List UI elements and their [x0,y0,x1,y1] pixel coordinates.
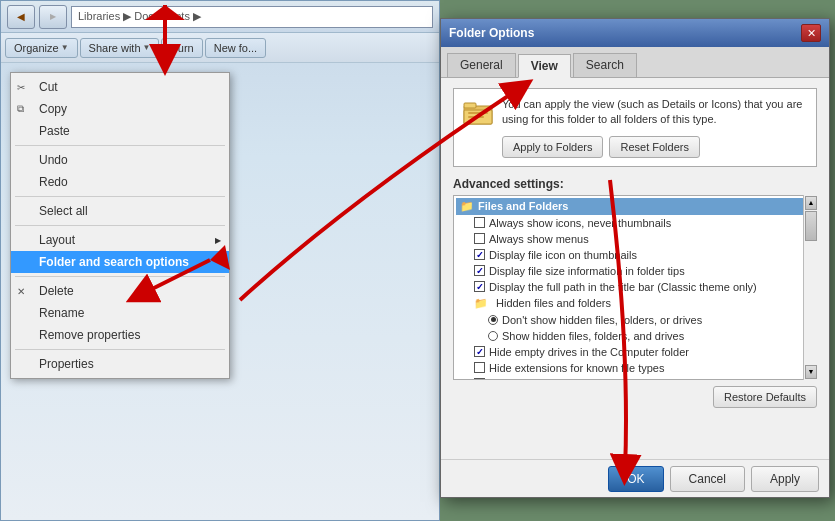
dialog-tabs: General View Search [441,47,829,78]
reset-folders-button[interactable]: Reset Folders [609,136,699,158]
share-dropdown-arrow: ▼ [143,43,151,52]
scroll-up-button[interactable]: ▲ [805,196,817,210]
ctx-remove-properties[interactable]: Remove properties [11,324,229,346]
ok-button[interactable]: OK [608,466,663,492]
new-folder-button[interactable]: New fo... [205,38,266,58]
tab-search[interactable]: Search [573,53,637,77]
ctx-sep-2 [15,196,225,197]
scroll-down-button[interactable]: ▼ [805,365,817,379]
adv-show-hidden[interactable]: Show hidden files, folders, and drives [456,328,814,344]
burn-label: Burn [170,42,193,54]
organize-button[interactable]: Organize ▼ [5,38,78,58]
dialog-title: Folder Options [449,26,534,40]
folder-views-icon [462,97,494,129]
views-buttons: Apply to Folders Reset Folders [502,136,808,158]
folder-options-dialog: Folder Options ✕ General View Search [440,18,830,498]
checkbox-hide-empty-drives[interactable]: ✓ [474,346,485,357]
forward-button[interactable]: ▶ [39,5,67,29]
checkbox-display-file-size[interactable]: ✓ [474,265,485,276]
checkbox-hide-protected[interactable]: ✓ [474,378,485,380]
address-text: Libraries ▶ Documents ▶ [78,10,201,23]
apply-to-folders-button[interactable]: Apply to Folders [502,136,603,158]
checkbox-hide-extensions[interactable] [474,362,485,373]
adv-display-file-size[interactable]: ✓ Display file size information in folde… [456,263,814,279]
ctx-select-all[interactable]: Select all [11,200,229,222]
dialog-close-button[interactable]: ✕ [801,24,821,42]
burn-button[interactable]: Burn [161,38,202,58]
adv-dont-show-hidden[interactable]: Don't show hidden files, folders, or dri… [456,312,814,328]
ctx-layout[interactable]: Layout [11,229,229,251]
files-and-folders-group: 📁 Files and Folders [456,198,814,215]
advanced-settings-label: Advanced settings: [453,177,817,191]
adv-hide-protected[interactable]: ✓ Hide protected operating system files … [456,376,814,380]
ctx-sep-1 [15,145,225,146]
checkbox-always-show-icons[interactable] [474,217,485,228]
checkbox-always-show-menus[interactable] [474,233,485,244]
adv-hidden-files-parent: 📁 Hidden files and folders [456,295,814,312]
explorer-menu-bar: Organize ▼ Share with ▼ Burn New fo... [1,33,439,63]
radio-dont-show-hidden[interactable] [488,315,498,325]
ctx-delete[interactable]: ✕ Delete [11,280,229,302]
dialog-content: You can apply the view (such as Details … [441,78,829,474]
scrollbar-track[interactable]: ▲ ▼ [803,195,817,380]
context-menu: ✂ Cut ⧉ Copy Paste Undo Redo Select all … [10,72,230,379]
ctx-sep-5 [15,349,225,350]
share-with-button[interactable]: Share with ▼ [80,38,160,58]
tab-general[interactable]: General [447,53,516,77]
checkbox-display-full-path[interactable]: ✓ [474,281,485,292]
adv-display-full-path[interactable]: ✓ Display the full path in the title bar… [456,279,814,295]
hidden-files-folder-icon: 📁 [474,297,488,310]
ctx-cut[interactable]: ✂ Cut [11,76,229,98]
share-with-label: Share with [89,42,141,54]
svg-rect-2 [464,103,476,108]
ctx-copy[interactable]: ⧉ Copy [11,98,229,120]
cut-icon: ✂ [17,82,25,93]
cancel-button[interactable]: Cancel [670,466,745,492]
radio-show-hidden[interactable] [488,331,498,341]
group-folder-icon: 📁 [460,200,474,213]
address-bar[interactable]: Libraries ▶ Documents ▶ [71,6,433,28]
ctx-paste[interactable]: Paste [11,120,229,142]
dialog-titlebar: Folder Options ✕ [441,19,829,47]
checkbox-display-file-icon[interactable]: ✓ [474,249,485,260]
advanced-settings-list[interactable]: 📁 Files and Folders Always show icons, n… [453,195,817,380]
adv-hide-empty-drives[interactable]: ✓ Hide empty drives in the Computer fold… [456,344,814,360]
scrollbar-thumb[interactable] [805,211,817,241]
organize-label: Organize [14,42,59,54]
ctx-folder-options[interactable]: Folder and search options [11,251,229,273]
ctx-rename[interactable]: Rename [11,302,229,324]
explorer-toolbar: ◀ ▶ Libraries ▶ Documents ▶ [1,1,439,33]
delete-icon: ✕ [17,286,25,297]
adv-display-file-icon[interactable]: ✓ Display file icon on thumbnails [456,247,814,263]
adv-always-show-menus[interactable]: Always show menus [456,231,814,247]
folder-views-description: You can apply the view (such as Details … [502,97,808,128]
ctx-undo[interactable]: Undo [11,149,229,171]
back-button[interactable]: ◀ [7,5,35,29]
folder-views-section: You can apply the view (such as Details … [453,88,817,167]
tab-view[interactable]: View [518,54,571,78]
svg-rect-4 [468,116,484,118]
organize-dropdown-arrow: ▼ [61,43,69,52]
ctx-properties[interactable]: Properties [11,353,229,375]
ctx-redo[interactable]: Redo [11,171,229,193]
adv-hide-extensions[interactable]: Hide extensions for known file types [456,360,814,376]
new-folder-label: New fo... [214,42,257,54]
restore-defaults-button[interactable]: Restore Defaults [713,386,817,408]
ctx-sep-4 [15,276,225,277]
restore-defaults-row: Restore Defaults [453,386,817,408]
ctx-sep-3 [15,225,225,226]
apply-button[interactable]: Apply [751,466,819,492]
svg-rect-3 [468,112,488,114]
dialog-footer: OK Cancel Apply [441,459,829,497]
copy-icon: ⧉ [17,103,24,115]
adv-always-show-icons[interactable]: Always show icons, never thumbnails [456,215,814,231]
